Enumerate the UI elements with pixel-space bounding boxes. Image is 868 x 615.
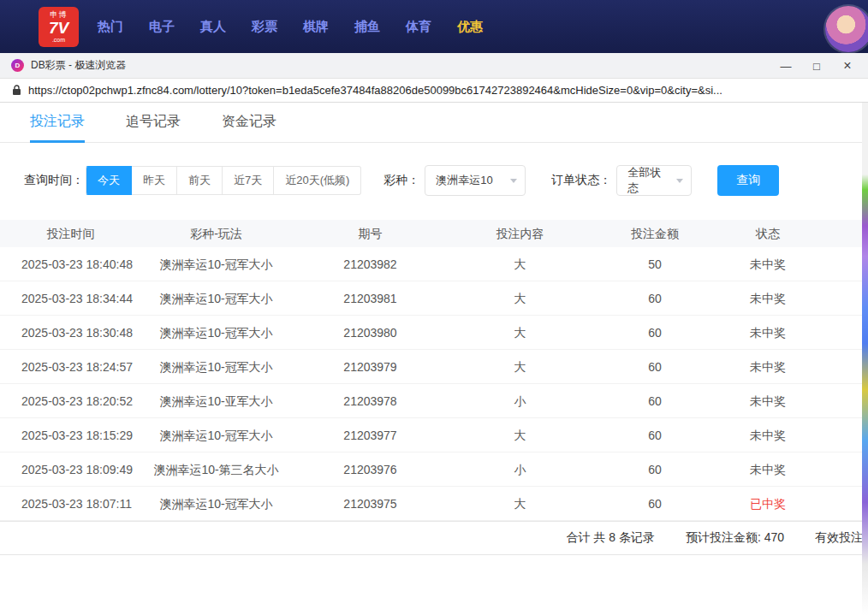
content-sheet: 投注记录追号记录资金记录 查询时间： 今天昨天前天近7天近20天(低频) 彩种：… (0, 103, 868, 615)
bet-records-table: 投注时间彩种-玩法期号投注内容投注金额状态 2025-03-23 18:40:4… (0, 220, 868, 555)
nav-item-live[interactable]: 真人 (200, 19, 226, 35)
issue-number-cell: 21203977 (291, 418, 449, 452)
bet-amount-cell: 60 (591, 452, 719, 486)
bet-content-cell: 大 (449, 487, 591, 520)
window-controls: — □ × (770, 53, 863, 79)
game-play-cell: 澳洲幸运10-冠军大小 (141, 487, 291, 520)
table-header-0: 投注时间 (0, 220, 141, 247)
user-avatar[interactable] (825, 6, 868, 52)
lottery-select[interactable]: 澳洲幸运10 (425, 165, 526, 196)
summary-row: 合计 共 8 条记录 预计投注金额: 470 有效投注金额: (0, 521, 868, 555)
tab-fund-records[interactable]: 资金记录 (222, 103, 276, 143)
game-play-cell: 澳洲幸运10-冠军大小 (141, 350, 291, 383)
status-cell: 未中奖 (719, 452, 868, 486)
table-row: 2025-03-23 18:15:29澳洲幸运10-冠军大小21203977大6… (0, 418, 868, 452)
url-text[interactable]: https://ctop02pchwp1.zfnc84.com/lottery/… (28, 84, 722, 97)
table-row: 2025-03-23 18:30:48澳洲幸运10-冠军大小21203980大6… (0, 316, 868, 350)
issue-number-cell: 21203979 (291, 350, 449, 383)
promo-top-bar: 申博 7V .com 热门电子真人彩票棋牌捕鱼体育优惠 (0, 0, 868, 53)
time-filter-option-2[interactable]: 前天 (177, 166, 223, 195)
game-play-cell: 澳洲幸运10-冠军大小 (141, 316, 291, 349)
nav-item-slots[interactable]: 电子 (149, 19, 175, 35)
bet-time-cell: 2025-03-23 18:30:48 (0, 316, 141, 349)
game-play-cell: 澳洲幸运10-冠军大小 (141, 418, 291, 452)
status-cell: 未中奖 (719, 350, 868, 383)
logo-sub-text: .com (52, 37, 65, 43)
record-count: 合计 共 8 条记录 (567, 530, 655, 546)
time-filter-option-4[interactable]: 近20天(低频) (274, 166, 361, 195)
bet-amount-cell: 60 (591, 418, 719, 452)
expected-bet-amount: 预计投注金额: 470 (686, 530, 784, 546)
bet-time-cell: 2025-03-23 18:15:29 (0, 418, 141, 452)
table-row: 2025-03-23 18:07:11澳洲幸运10-冠军大小21203975大6… (0, 487, 868, 521)
issue-number-cell: 21203975 (291, 487, 449, 520)
chevron-down-icon (510, 179, 517, 183)
bet-amount-cell: 60 (591, 316, 719, 349)
bet-time-cell: 2025-03-23 18:34:44 (0, 281, 141, 315)
table-row: 2025-03-23 18:20:52澳洲幸运10-亚军大小21203978小6… (0, 384, 868, 418)
order-status-select[interactable]: 全部状态 (616, 165, 692, 196)
table-header-4: 投注金额 (591, 220, 719, 247)
bet-time-cell: 2025-03-23 18:09:49 (0, 452, 141, 486)
bet-amount-cell: 60 (591, 281, 719, 315)
status-cell: 未中奖 (719, 316, 868, 349)
filter-bar: 查询时间： 今天昨天前天近7天近20天(低频) 彩种： 澳洲幸运10 订单状态：… (0, 165, 868, 196)
nav-item-sports[interactable]: 体育 (406, 19, 431, 35)
issue-number-cell: 21203980 (291, 316, 449, 349)
nav-item-fishing[interactable]: 捕鱼 (354, 19, 380, 35)
tab-chase-records[interactable]: 追号记录 (126, 103, 181, 143)
desktop-background-strip (862, 103, 868, 615)
nav-item-promo[interactable]: 优惠 (457, 19, 483, 35)
lottery-select-value: 澳洲幸运10 (436, 173, 492, 188)
bet-time-cell: 2025-03-23 18:24:57 (0, 350, 141, 383)
table-header-2: 期号 (291, 220, 449, 247)
bet-amount-cell: 60 (591, 350, 719, 383)
tab-bar: 投注记录追号记录资金记录 (0, 103, 868, 143)
top-nav-items: 热门电子真人彩票棋牌捕鱼体育优惠 (98, 19, 483, 35)
table-row: 2025-03-23 18:09:49澳洲幸运10-第三名大小21203976小… (0, 452, 868, 487)
minimize-button[interactable]: — (770, 53, 801, 79)
order-status-label: 订单状态： (551, 173, 611, 188)
maximize-button[interactable]: □ (801, 53, 832, 79)
issue-number-cell: 21203978 (291, 384, 449, 417)
status-cell: 未中奖 (719, 418, 868, 452)
status-cell: 已中奖 (719, 487, 868, 520)
time-filter-option-0[interactable]: 今天 (86, 166, 132, 195)
table-header-1: 彩种-玩法 (141, 220, 291, 247)
logo-top-text: 申博 (51, 11, 68, 19)
table-row: 2025-03-23 18:40:48澳洲幸运10-冠军大小21203982大5… (0, 247, 868, 281)
browser-app-icon: D (11, 59, 24, 72)
lottery-label: 彩种： (383, 173, 419, 188)
time-filter-label: 查询时间： (24, 173, 84, 188)
table-header-5: 状态 (719, 220, 868, 247)
window-title: DB彩票 - 极速浏览器 (31, 58, 126, 73)
close-button[interactable]: × (832, 53, 863, 79)
nav-item-lottery[interactable]: 彩票 (252, 19, 277, 35)
table-row: 2025-03-23 18:24:57澳洲幸运10-冠军大小21203979大6… (0, 350, 868, 384)
bet-time-cell: 2025-03-23 18:07:11 (0, 487, 141, 520)
time-filter-group: 今天昨天前天近7天近20天(低频) (86, 166, 361, 195)
game-play-cell: 澳洲幸运10-亚军大小 (141, 384, 291, 417)
table-header-row: 投注时间彩种-玩法期号投注内容投注金额状态 (0, 220, 868, 247)
bet-time-cell: 2025-03-23 18:20:52 (0, 384, 141, 417)
bet-content-cell: 大 (449, 418, 591, 452)
issue-number-cell: 21203982 (291, 247, 449, 281)
time-filter-option-1[interactable]: 昨天 (132, 166, 177, 195)
valid-bet-amount: 有效投注金额: (815, 530, 868, 546)
bet-content-cell: 大 (449, 316, 591, 349)
lock-icon (12, 85, 21, 96)
time-filter-option-3[interactable]: 近7天 (223, 166, 274, 195)
status-cell: 未中奖 (719, 247, 868, 281)
issue-number-cell: 21203976 (291, 452, 449, 486)
brand-logo[interactable]: 申博 7V .com (39, 7, 79, 47)
search-button[interactable]: 查询 (717, 165, 779, 196)
tab-bet-records[interactable]: 投注记录 (30, 103, 85, 143)
game-play-cell: 澳洲幸运10-冠军大小 (141, 247, 291, 281)
order-status-select-value: 全部状态 (627, 165, 669, 196)
table-body: 2025-03-23 18:40:48澳洲幸运10-冠军大小21203982大5… (0, 247, 868, 521)
game-play-cell: 澳洲幸运10-冠军大小 (141, 281, 291, 315)
bet-content-cell: 大 (449, 350, 591, 383)
nav-item-cards[interactable]: 棋牌 (303, 19, 329, 35)
nav-item-hot[interactable]: 热门 (98, 19, 123, 35)
logo-main-text: 7V (49, 20, 68, 36)
